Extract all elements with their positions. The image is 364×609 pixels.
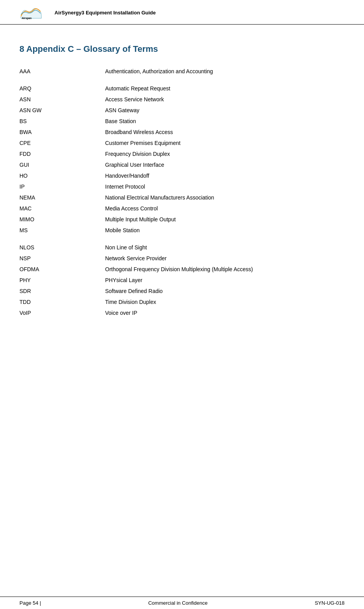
glossary-term: MS (19, 226, 105, 234)
glossary-term: AAA (19, 67, 105, 75)
header-title: AirSynergy3 Equipment Installation Guide (55, 10, 156, 16)
glossary-term: PHY (19, 276, 105, 284)
glossary-row: MIMOMultiple Input Multiple Output (19, 214, 345, 225)
glossary-definition: Broadband Wireless Access (105, 128, 345, 136)
glossary-term: MIMO (19, 215, 105, 223)
glossary-definition: Authentication, Authorization and Accoun… (105, 67, 345, 75)
page-header: Airspan AirSynergy3 Equipment Installati… (0, 0, 364, 25)
glossary-definition: PHYsical Layer (105, 276, 345, 284)
glossary-definition: Access Service Network (105, 95, 345, 103)
section-number: 8 (19, 44, 24, 54)
glossary-row: IPInternet Protocol (19, 181, 345, 192)
svg-text:Airspan: Airspan (22, 17, 32, 20)
glossary-definition: Media Access Control (105, 205, 345, 212)
glossary-term: NSP (19, 254, 105, 262)
glossary-definition: Graphical User Interface (105, 161, 345, 169)
glossary-definition: Mobile Station (105, 226, 345, 234)
glossary-row: FDDFrequency Division Duplex (19, 148, 345, 159)
glossary-row: NLOSNon Line of Sight (19, 242, 345, 253)
glossary-entries: AAAAuthentication, Authorization and Acc… (19, 66, 345, 318)
glossary-term: IP (19, 183, 105, 191)
glossary-term: NLOS (19, 244, 105, 251)
glossary-row: AAAAuthentication, Authorization and Acc… (19, 66, 345, 77)
glossary-row: CPECustomer Premises Equipment (19, 138, 345, 148)
glossary-term: CPE (19, 139, 105, 147)
footer-doc-id: SYN-UG-018 (315, 600, 345, 606)
glossary-term: BS (19, 117, 105, 125)
glossary-row: MACMedia Access Control (19, 203, 345, 214)
glossary-row: BSBase Station (19, 116, 345, 127)
glossary-definition: ASN Gateway (105, 106, 345, 114)
glossary-row: ASNAccess Service Network (19, 94, 345, 105)
glossary-row: NEMANational Electrical Manufacturers As… (19, 192, 345, 203)
glossary-definition: Non Line of Sight (105, 244, 345, 251)
glossary-row: ASN GWASN Gateway (19, 105, 345, 116)
glossary-definition: Orthogonal Frequency Division Multiplexi… (105, 265, 345, 273)
glossary-row: NSPNetwork Service Provider (19, 253, 345, 264)
glossary-row: MSMobile Station (19, 225, 345, 236)
glossary-spacer (19, 236, 345, 242)
logo-container: Airspan (19, 5, 43, 20)
glossary-row: VoIPVoice over IP (19, 307, 345, 318)
glossary-definition: Multiple Input Multiple Output (105, 215, 345, 223)
glossary-term: ASN GW (19, 106, 105, 114)
glossary-definition: Software Defined Radio (105, 287, 345, 295)
glossary-definition: Base Station (105, 117, 345, 125)
glossary-term: GUI (19, 161, 105, 169)
glossary-spacer (19, 77, 345, 83)
glossary-term: BWA (19, 128, 105, 136)
glossary-term: ASN (19, 95, 105, 103)
glossary-definition: Automatic Repeat Request (105, 85, 345, 92)
glossary-definition: Time Division Duplex (105, 298, 345, 306)
glossary-definition: Voice over IP (105, 309, 345, 317)
glossary-row: ARQAutomatic Repeat Request (19, 83, 345, 94)
footer-page-number: Page 54 | (19, 600, 41, 606)
glossary-definition: Customer Premises Equipment (105, 139, 345, 147)
glossary-term: NEMA (19, 194, 105, 201)
main-content: 8 Appendix C – Glossary of Terms AAAAuth… (0, 25, 364, 609)
glossary-term: VoIP (19, 309, 105, 317)
glossary-term: MAC (19, 205, 105, 212)
glossary-row: SDRSoftware Defined Radio (19, 286, 345, 297)
glossary-definition: Handover/Handoff (105, 172, 345, 180)
glossary-row: HOHandover/Handoff (19, 170, 345, 181)
glossary-row: OFDMAOrthogonal Frequency Division Multi… (19, 264, 345, 275)
section-title-text: Appendix C – Glossary of Terms (26, 44, 158, 54)
page-footer: Page 54 | Commercial in Confidence SYN-U… (0, 597, 364, 609)
airspan-logo: Airspan (19, 5, 43, 20)
glossary-definition: Internet Protocol (105, 183, 345, 191)
glossary-definition: Frequency Division Duplex (105, 150, 345, 158)
glossary-term: TDD (19, 298, 105, 306)
footer-confidentiality: Commercial in Confidence (148, 600, 207, 606)
glossary-row: GUIGraphical User Interface (19, 159, 345, 170)
glossary-term: HO (19, 172, 105, 180)
glossary-row: PHYPHYsical Layer (19, 275, 345, 286)
glossary-term: SDR (19, 287, 105, 295)
glossary-definition: National Electrical Manufacturers Associ… (105, 194, 345, 201)
page-container: Airspan AirSynergy3 Equipment Installati… (0, 0, 364, 609)
glossary-term: ARQ (19, 85, 105, 92)
section-heading: 8 Appendix C – Glossary of Terms (19, 44, 345, 54)
glossary-row: TDDTime Division Duplex (19, 297, 345, 307)
glossary-term: FDD (19, 150, 105, 158)
glossary-row: BWABroadband Wireless Access (19, 127, 345, 138)
glossary-term: OFDMA (19, 265, 105, 273)
glossary-definition: Network Service Provider (105, 254, 345, 262)
